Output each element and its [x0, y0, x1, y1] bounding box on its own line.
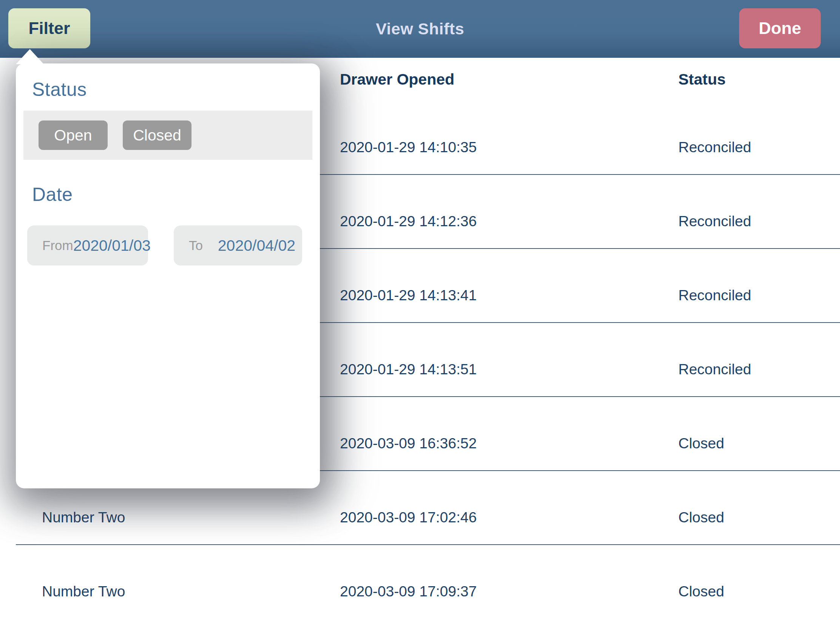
status-section-heading: Status — [32, 79, 87, 101]
date-from-value: 2020/01/03 — [73, 237, 151, 254]
status-cell: Reconciled — [678, 287, 840, 304]
status-cell: Closed — [678, 583, 840, 600]
date-section-heading: Date — [32, 183, 73, 205]
shift-name-cell: Number Two — [0, 509, 340, 526]
page-title: View Shifts — [0, 0, 840, 58]
date-to-label: To — [189, 238, 203, 253]
shift-name-cell: Number Two — [0, 583, 340, 600]
status-open-button[interactable]: Open — [38, 120, 107, 150]
status-cell: Reconciled — [678, 361, 840, 378]
status-segment-group: Open Closed — [24, 111, 313, 160]
drawer-opened-cell: 2020-01-29 14:13:41 — [340, 287, 678, 304]
date-from-field[interactable]: From 2020/01/03 — [27, 226, 148, 265]
drawer-opened-cell: 2020-03-09 16:36:52 — [340, 435, 678, 452]
filter-button[interactable]: Filter — [8, 8, 90, 48]
drawer-opened-cell: 2020-03-09 17:09:37 — [340, 583, 678, 600]
col-header-status: Status — [678, 71, 840, 88]
navigation-bar: View Shifts Filter Done — [0, 0, 840, 58]
status-cell: Reconciled — [678, 213, 840, 230]
drawer-opened-cell: 2020-01-29 14:13:51 — [340, 361, 678, 378]
col-header-drawer-opened: Drawer Opened — [340, 71, 678, 88]
status-cell: Reconciled — [678, 139, 840, 156]
status-closed-button[interactable]: Closed — [123, 120, 191, 150]
date-to-field[interactable]: To 2020/04/02 — [174, 226, 302, 265]
drawer-opened-cell: 2020-01-29 14:12:36 — [340, 213, 678, 230]
done-button[interactable]: Done — [739, 8, 821, 48]
status-cell: Closed — [678, 435, 840, 452]
table-row[interactable]: Number Two 2020-03-09 17:09:37 Closed — [0, 545, 840, 619]
drawer-opened-cell: 2020-01-29 14:10:35 — [340, 139, 678, 156]
filter-popover: Status Open Closed Date From 2020/01/03 … — [16, 63, 320, 488]
date-to-value: 2020/04/02 — [218, 237, 295, 254]
popover-arrow — [16, 49, 44, 64]
date-from-label: From — [42, 238, 73, 253]
drawer-opened-cell: 2020-03-09 17:02:46 — [340, 509, 678, 526]
view-shifts-screen: Drawer Opened Status 2020-01-29 14:10:35… — [0, 0, 840, 630]
status-cell: Closed — [678, 509, 840, 526]
